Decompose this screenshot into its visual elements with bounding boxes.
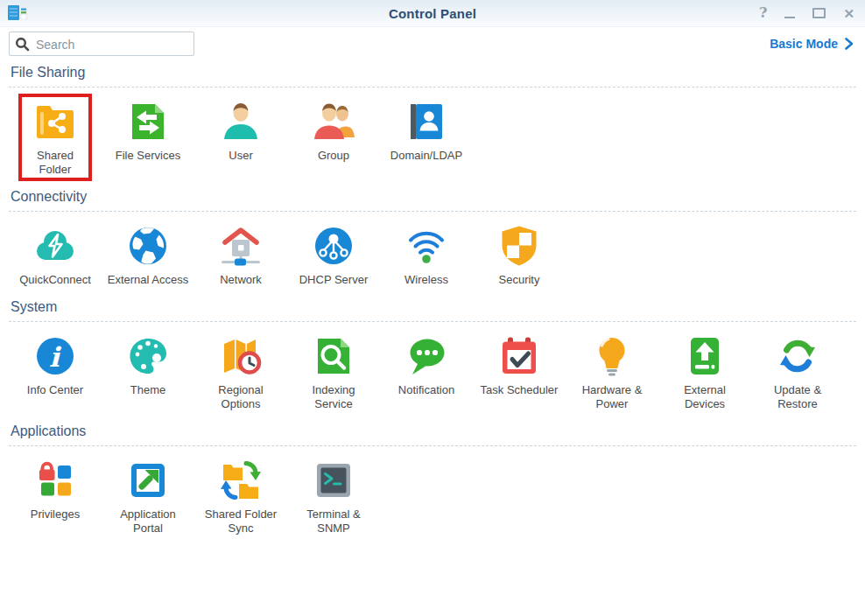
- notification-icon: [404, 333, 449, 379]
- item-label: User: [194, 149, 287, 163]
- launcher-item-theme[interactable]: Theme: [102, 329, 194, 401]
- quickconnect-icon: [32, 223, 78, 269]
- item-label: Terminal & SNMP: [287, 508, 380, 536]
- help-icon[interactable]: ?: [759, 6, 767, 20]
- launcher-item-info-center[interactable]: i Info Center: [9, 329, 102, 401]
- item-label: QuickConnect: [9, 273, 102, 287]
- info-center-icon: i: [32, 333, 78, 379]
- launcher-item-dhcp-server[interactable]: DHCP Server: [287, 219, 380, 290]
- launcher-item-network[interactable]: Network: [194, 219, 287, 290]
- search-box: [9, 32, 194, 56]
- shared-folder-icon: [32, 99, 78, 144]
- item-label: Indexing Service: [287, 383, 380, 411]
- section-system: System i Info Center Theme Regional Opti…: [9, 297, 856, 416]
- launcher-item-quickconnect[interactable]: QuickConnect: [9, 219, 102, 290]
- launcher-item-task-scheduler[interactable]: Task Scheduler: [473, 329, 566, 401]
- item-label: Domain/LDAP: [380, 149, 473, 163]
- item-label: File Services: [102, 149, 194, 163]
- section-grid-connectivity: QuickConnect External Access Network DHC…: [9, 212, 856, 292]
- item-label: Network: [194, 273, 287, 287]
- file-services-icon: [125, 99, 171, 144]
- section-grid-applications: Privileges Application Portal Shared Fol…: [9, 446, 856, 541]
- domain-ldap-icon: [404, 99, 449, 144]
- theme-icon: [125, 333, 171, 379]
- external-devices-icon: [682, 333, 728, 379]
- section-header-system: System: [9, 297, 856, 322]
- sections: File Sharing Shared Folder File Services…: [0, 62, 865, 541]
- task-scheduler-icon: [496, 333, 542, 379]
- titlebar: Control Panel ? ✕: [0, 0, 865, 27]
- basic-mode-label: Basic Mode: [770, 37, 838, 51]
- privileges-icon: [32, 458, 78, 503]
- launcher-item-application-portal[interactable]: Application Portal: [102, 453, 194, 539]
- control-panel-window: Control Panel ? ✕ Basic Mode File Sharin…: [0, 0, 865, 616]
- launcher-item-domain-ldap[interactable]: Domain/LDAP: [380, 94, 473, 166]
- launcher-item-hardware-power[interactable]: Hardware & Power: [566, 329, 658, 415]
- network-icon: [218, 223, 264, 269]
- launcher-item-external-devices[interactable]: External Devices: [658, 329, 751, 415]
- group-icon: [311, 99, 356, 144]
- dhcp-server-icon: [311, 223, 356, 269]
- section-file-sharing: File Sharing Shared Folder File Services…: [9, 62, 856, 182]
- launcher-item-user[interactable]: User: [194, 94, 287, 166]
- window-controls: ? ✕: [759, 0, 854, 26]
- item-label: Theme: [102, 383, 194, 397]
- section-applications: Applications Privileges Application Port…: [9, 421, 856, 541]
- external-access-icon: [125, 223, 171, 269]
- section-header-connectivity: Connectivity: [9, 186, 856, 212]
- shared-folder-sync-icon: [218, 458, 264, 503]
- launcher-item-indexing-service[interactable]: Indexing Service: [287, 329, 380, 415]
- launcher-item-privileges[interactable]: Privileges: [9, 453, 102, 525]
- window-title: Control Panel: [0, 6, 865, 21]
- launcher-item-security[interactable]: Security: [473, 219, 566, 290]
- item-label: Shared Folder Sync: [194, 508, 287, 536]
- section-connectivity: Connectivity QuickConnect External Acces…: [9, 186, 856, 292]
- launcher-item-group[interactable]: Group: [287, 94, 380, 166]
- item-label: Update & Restore: [751, 383, 844, 411]
- item-label: Wireless: [380, 273, 473, 287]
- terminal-snmp-icon: [311, 458, 356, 503]
- search-icon: [15, 37, 30, 52]
- close-icon[interactable]: ✕: [843, 7, 854, 20]
- item-label: Hardware & Power: [566, 383, 658, 411]
- chevron-right-icon: [844, 38, 854, 50]
- item-label: Task Scheduler: [473, 383, 566, 397]
- maximize-icon[interactable]: [812, 8, 826, 18]
- basic-mode-button[interactable]: Basic Mode: [770, 37, 854, 51]
- item-label: Application Portal: [102, 508, 194, 536]
- wireless-icon: [404, 223, 449, 269]
- section-grid-file-sharing: Shared Folder File Services User Group D…: [9, 88, 856, 182]
- item-label: Notification: [380, 383, 473, 397]
- item-label: Info Center: [9, 383, 102, 397]
- section-header-file-sharing: File Sharing: [9, 62, 856, 88]
- item-label: External Devices: [658, 383, 751, 411]
- launcher-item-shared-folder-sync[interactable]: Shared Folder Sync: [194, 453, 287, 539]
- item-label: Regional Options: [194, 383, 287, 411]
- item-label: Group: [287, 149, 380, 163]
- search-input[interactable]: [34, 33, 193, 56]
- toolbar: Basic Mode: [0, 27, 865, 58]
- update-restore-icon: [775, 333, 820, 379]
- launcher-item-file-services[interactable]: File Services: [102, 94, 194, 166]
- item-label: Privileges: [9, 508, 102, 522]
- indexing-service-icon: [311, 333, 356, 379]
- minimize-icon[interactable]: [784, 9, 795, 18]
- application-portal-icon: [125, 458, 171, 503]
- item-label: Security: [473, 273, 566, 287]
- launcher-item-notification[interactable]: Notification: [380, 329, 473, 401]
- section-grid-system: i Info Center Theme Regional Options Ind…: [9, 322, 856, 416]
- item-label: DHCP Server: [287, 273, 380, 287]
- launcher-item-shared-folder[interactable]: Shared Folder: [9, 94, 102, 180]
- launcher-item-terminal-snmp[interactable]: Terminal & SNMP: [287, 453, 380, 539]
- security-icon: [496, 223, 542, 269]
- launcher-item-external-access[interactable]: External Access: [102, 219, 194, 290]
- item-label: Shared Folder: [9, 149, 102, 177]
- section-header-applications: Applications: [9, 421, 856, 446]
- launcher-item-update-restore[interactable]: Update & Restore: [751, 329, 844, 415]
- hardware-power-icon: [589, 333, 635, 379]
- item-label: External Access: [102, 273, 194, 287]
- regional-options-icon: [218, 333, 264, 379]
- user-icon: [218, 99, 264, 144]
- launcher-item-wireless[interactable]: Wireless: [380, 219, 473, 290]
- launcher-item-regional-options[interactable]: Regional Options: [194, 329, 287, 415]
